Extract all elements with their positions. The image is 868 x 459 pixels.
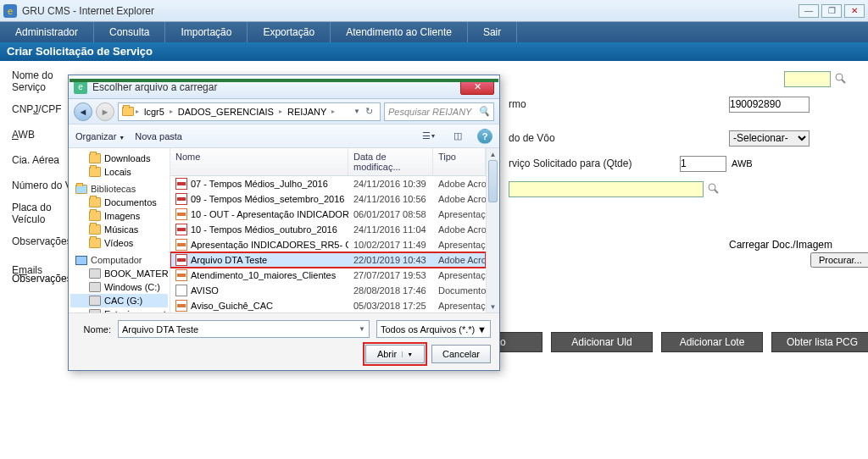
breadcrumb-seg-3[interactable]: REIJANY [284,107,330,117]
field-yellow-2[interactable] [509,181,704,197]
folder-icon [89,167,101,177]
label-carregar: Carregar Doc./Imagem [729,239,832,251]
minimize-button[interactable]: — [798,4,819,18]
file-row[interactable]: 09 - Tempos Médios_setembro_201624/11/20… [170,191,486,207]
svg-line-1 [842,80,845,83]
col-header-type[interactable]: Tipo [433,148,486,175]
tree-downloads[interactable]: Downloads [70,152,168,165]
preview-pane-button[interactable]: ◫ [448,128,467,145]
tree-locais[interactable]: Locais [70,165,168,179]
input-rmo[interactable] [729,97,810,113]
file-type: Apresentação do [433,208,486,220]
filename-input[interactable]: Arquivo DTA Teste ▼ [118,320,370,338]
file-row[interactable]: Aviso_Guichê_CAC05/03/2018 17:25Apresent… [170,298,486,312]
field-yellow-1[interactable] [784,71,831,87]
file-row[interactable]: Arquivo DTA Teste22/01/2019 10:43Adobe A… [170,252,486,268]
ppt-icon [175,300,187,312]
tree-imagens[interactable]: Imagens [70,209,168,223]
ie-favicon-icon: e [3,4,17,18]
tree-musicas[interactable]: Músicas [70,223,168,236]
input-qtde[interactable] [680,156,726,172]
filename-dropdown-icon[interactable]: ▼ [359,325,365,333]
tree-documentos[interactable]: Documentos [70,196,168,209]
app-menubar: Administrador Consulta Importação Export… [0,22,868,42]
menu-atendimento[interactable]: Atendimento ao Cliente [331,22,468,42]
organize-menu[interactable]: Organizar ▼ [75,131,125,141]
window-title: GRU CMS - Internet Explorer [22,5,798,17]
tree-bibliotecas[interactable]: Bibliotecas [70,179,168,196]
file-date: 10/02/2017 11:49 [348,239,433,251]
file-row[interactable]: 07 - Tempos Médios_Julho_201624/11/2016 … [170,176,486,191]
breadcrumb-seg-1[interactable]: lcgr5 [141,107,168,117]
svg-point-0 [836,74,843,80]
maximize-button[interactable]: ❐ [821,4,842,18]
view-mode-button[interactable]: ☰ ▼ [420,128,438,145]
select-periodo[interactable]: -Selecionar- [729,130,810,147]
file-name: Apresentação INDICADORES_RR5- CAC_... [191,240,348,250]
folder-icon [89,224,101,235]
file-name: Atendimento_10_maiores_Clientes [191,270,336,280]
dialog-nav-tree: Downloads Locais Bibliotecas Documentos … [69,148,170,312]
open-split-icon[interactable]: ▼ [402,351,413,357]
file-row[interactable]: AVISO28/08/2018 17:46Documento do M [170,283,486,298]
file-name: AVISO [191,285,219,296]
breadcrumb-seg-2[interactable]: DADOS_GERENCIAIS [175,107,277,117]
library-icon [75,185,87,194]
nav-back-button[interactable]: ◄ [74,102,92,121]
btn-lista-pcg[interactable]: Obter lista PCG [771,332,868,352]
tree-computador[interactable]: Computador [70,250,168,267]
browse-button[interactable]: Procurar... [810,252,868,268]
btn-add-uld[interactable]: Adicionar Uld [551,332,653,352]
file-row[interactable]: 10 - Tempos Médios_outubro_201624/11/201… [170,222,486,237]
dialog-bottom: Nome: Arquivo DTA Teste ▼ Todos os Arqui… [69,312,499,370]
vscroll-thumb[interactable] [488,160,498,202]
filename-label: Nome: [77,324,111,335]
zoom-icon-2[interactable] [707,182,721,196]
tree-cac[interactable]: CAC (G:) [70,294,168,307]
nav-forward-button[interactable]: ► [96,102,114,121]
file-row[interactable]: Atendimento_10_maiores_Clientes27/07/201… [170,268,486,283]
drive-icon [89,282,101,292]
new-folder-button[interactable]: Nova pasta [135,131,182,141]
tree-book[interactable]: BOOK_MATERIAL [70,267,168,280]
vscroll-down[interactable]: ▼ [487,301,499,312]
menu-administrador[interactable]: Administrador [0,22,94,42]
file-name: Aviso_Guichê_CAC [191,301,273,311]
drive-icon [89,268,101,279]
file-type: Documento do M [433,285,486,296]
btn-add-lote[interactable]: Adicionar Lote [661,332,763,352]
pdf-icon [175,254,187,266]
list-vscroll[interactable]: ▲ ▼ [486,148,499,312]
help-button[interactable]: ? [477,129,492,144]
refresh-icon[interactable]: ↻ [365,106,373,117]
label-periodo: do de Vôo [509,132,644,144]
file-row[interactable]: Apresentação INDICADORES_RR5- CAC_...10/… [170,237,486,252]
close-button[interactable]: ✕ [844,4,865,18]
filter-dropdown-icon[interactable]: ▼ [477,324,487,335]
zoom-icon[interactable] [834,72,848,86]
file-row[interactable]: 10 - OUT - Apresentação INDICADORES_...0… [170,207,486,222]
menu-sair[interactable]: Sair [468,22,517,42]
svg-point-2 [709,184,715,191]
col-header-name[interactable]: Nome [170,148,348,175]
tree-videos[interactable]: Vídeos [70,236,168,250]
dialog-navbar: ◄ ► ▸ lcgr5 ▸ DADOS_GERENCIAIS ▸ REIJANY… [69,99,499,124]
menu-exportacao[interactable]: Exportação [248,22,331,42]
file-name: 10 - Tempos Médios_outubro_2016 [191,224,337,235]
col-header-date[interactable]: Data de modificaç... [348,148,433,175]
pdf-icon [175,178,187,190]
file-date: 27/07/2017 19:53 [348,269,433,281]
filetype-filter[interactable]: Todos os Arquivos (*.*) ▼ [376,320,491,338]
label-qtde: rviço Solicitado para (Qtde) [509,158,678,169]
menu-importacao[interactable]: Importação [165,22,248,42]
vscroll-up[interactable]: ▲ [487,148,499,160]
breadcrumb[interactable]: ▸ lcgr5 ▸ DADOS_GERENCIAIS ▸ REIJANY ▸ ▼… [118,102,381,121]
open-button[interactable]: Abrir▼ [365,345,425,363]
cancel-button[interactable]: Cancelar [431,345,491,363]
menu-consulta[interactable]: Consulta [94,22,165,42]
pdf-icon [175,224,187,235]
folder-icon [89,197,101,207]
dialog-search-input[interactable]: Pesquisar REIJANY 🔍 [384,102,494,121]
tree-winc[interactable]: Windows (C:) [70,280,168,294]
breadcrumb-dropdown-icon[interactable]: ▼ [353,108,360,115]
